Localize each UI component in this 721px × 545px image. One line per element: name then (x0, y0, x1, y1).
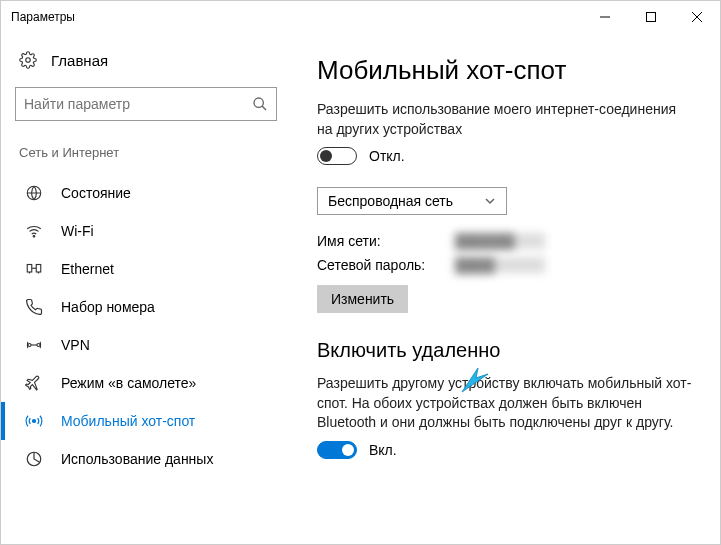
edit-button[interactable]: Изменить (317, 285, 408, 313)
svg-rect-1 (647, 13, 656, 22)
gear-icon (19, 51, 37, 69)
password-label: Сетевой пароль: (317, 257, 447, 273)
sidebar: Главная Сеть и Интернет Состояние Wi-Fi (1, 33, 291, 544)
svg-rect-10 (36, 265, 41, 273)
ethernet-icon (25, 260, 43, 278)
svg-rect-9 (27, 265, 32, 273)
main-panel: Мобильный хот-спот Разрешить использован… (291, 33, 720, 544)
vpn-icon (25, 336, 43, 354)
search-input-wrap[interactable] (15, 87, 277, 121)
sidebar-item-ethernet[interactable]: Ethernet (1, 250, 291, 288)
sidebar-item-label: Wi-Fi (61, 223, 94, 239)
share-toggle-label: Откл. (369, 148, 405, 164)
sidebar-item-datausage[interactable]: Использование данных (1, 440, 291, 478)
search-input[interactable] (24, 96, 252, 112)
sidebar-item-label: Режим «в самолете» (61, 375, 196, 391)
sidebar-item-label: Состояние (61, 185, 131, 201)
hotspot-icon (25, 412, 43, 430)
maximize-button[interactable] (628, 1, 674, 33)
svg-line-6 (262, 106, 266, 110)
page-title: Мобильный хот-спот (317, 55, 694, 86)
remote-toggle[interactable] (317, 441, 357, 459)
sidebar-item-label: Ethernet (61, 261, 114, 277)
select-value: Беспроводная сеть (328, 193, 453, 209)
sidebar-item-label: Набор номера (61, 299, 155, 315)
svg-point-13 (33, 420, 36, 423)
sidebar-item-label: VPN (61, 337, 90, 353)
sidebar-item-status[interactable]: Состояние (1, 174, 291, 212)
sidebar-item-airplane[interactable]: Режим «в самолете» (1, 364, 291, 402)
remote-description: Разрешить другому устройству включать мо… (317, 374, 694, 433)
sidebar-item-dialup[interactable]: Набор номера (1, 288, 291, 326)
wifi-icon (25, 222, 43, 240)
svg-point-12 (37, 344, 40, 347)
sidebar-item-hotspot[interactable]: Мобильный хот-спот (1, 402, 291, 440)
window-title: Параметры (11, 10, 582, 24)
titlebar: Параметры (1, 1, 720, 33)
svg-point-5 (254, 98, 263, 107)
airplane-icon (25, 374, 43, 392)
dialup-icon (25, 298, 43, 316)
sidebar-item-wifi[interactable]: Wi-Fi (1, 212, 291, 250)
network-name-label: Имя сети: (317, 233, 447, 249)
home-nav[interactable]: Главная (1, 43, 291, 77)
password-value: ████ (455, 257, 545, 273)
search-icon (252, 96, 268, 112)
nav-category: Сеть и Интернет (1, 139, 291, 174)
svg-point-8 (33, 236, 35, 238)
remote-heading: Включить удаленно (317, 339, 694, 362)
status-icon (25, 184, 43, 202)
sidebar-item-label: Использование данных (61, 451, 213, 467)
sidebar-item-vpn[interactable]: VPN (1, 326, 291, 364)
connection-select[interactable]: Беспроводная сеть (317, 187, 507, 215)
share-toggle[interactable] (317, 147, 357, 165)
minimize-button[interactable] (582, 1, 628, 33)
svg-point-4 (26, 58, 31, 63)
close-button[interactable] (674, 1, 720, 33)
datausage-icon (25, 450, 43, 468)
remote-toggle-label: Вкл. (369, 442, 397, 458)
share-description: Разрешить использование моего интернет-с… (317, 100, 694, 139)
home-label: Главная (51, 52, 108, 69)
sidebar-item-label: Мобильный хот-спот (61, 413, 195, 429)
chevron-down-icon (484, 195, 496, 207)
network-name-value: ██████ (455, 233, 545, 249)
svg-point-11 (28, 344, 31, 347)
